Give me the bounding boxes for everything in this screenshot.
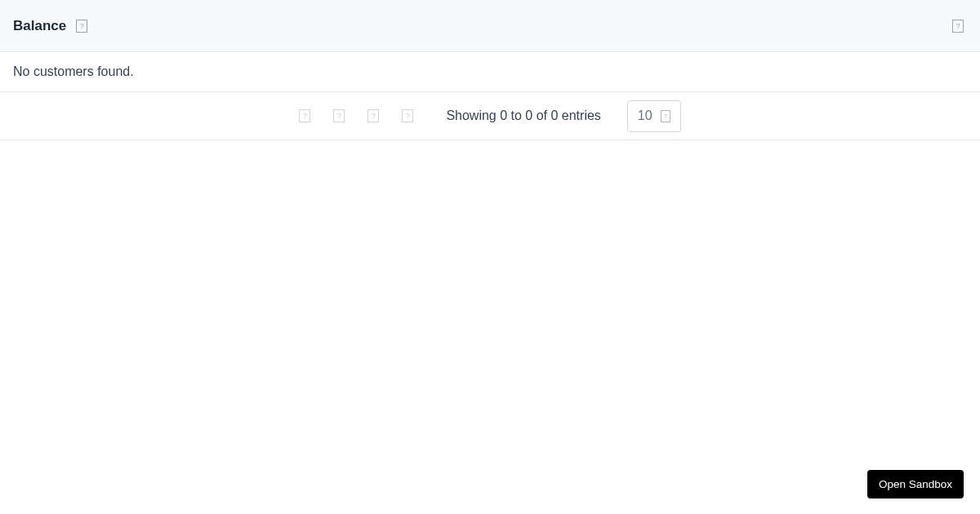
page-size-value: 10 — [638, 109, 653, 123]
prev-page-icon[interactable] — [333, 109, 345, 122]
column-header-balance[interactable]: Balance — [13, 18, 66, 34]
table-header: Balance — [0, 0, 980, 52]
page-size-select[interactable]: 10 — [627, 100, 681, 132]
last-page-icon[interactable] — [402, 109, 413, 122]
table-footer: Showing 0 to 0 of 0 entries 10 — [0, 92, 980, 140]
first-page-icon[interactable] — [299, 109, 310, 122]
column-menu-icon[interactable] — [952, 20, 964, 33]
header-left: Balance — [13, 18, 87, 34]
sort-icon[interactable] — [76, 20, 87, 33]
next-page-icon[interactable] — [368, 109, 379, 122]
pagination-summary: Showing 0 to 0 of 0 entries — [446, 109, 600, 123]
open-sandbox-button[interactable]: Open Sandbox — [867, 470, 964, 498]
chevron-down-icon — [661, 110, 670, 122]
pagination-controls: Showing 0 to 0 of 0 entries 10 — [299, 100, 680, 132]
empty-state-message: No customers found. — [0, 52, 980, 92]
